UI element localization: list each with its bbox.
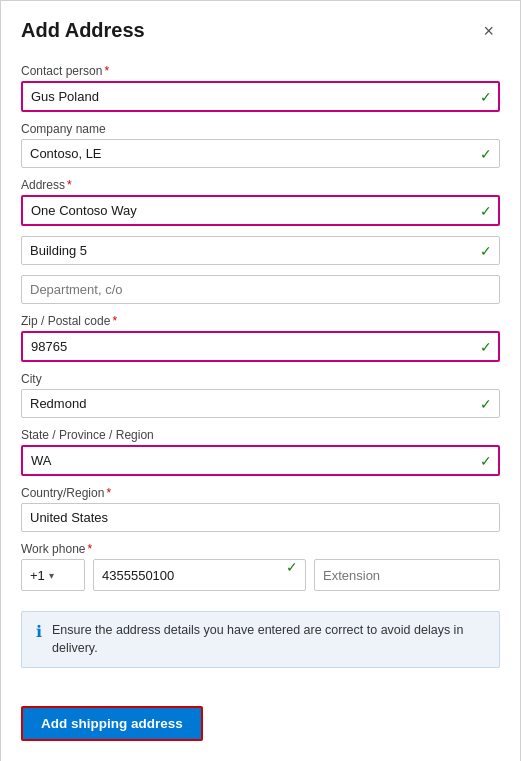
close-button[interactable]: × (477, 20, 500, 42)
city-field: City ✓ (21, 372, 500, 418)
address-line3-input-wrapper (21, 275, 500, 304)
address-label: Address * (21, 178, 500, 192)
info-banner-text: Ensure the address details you have ente… (52, 622, 485, 657)
extension-input[interactable] (314, 559, 500, 591)
dialog-title: Add Address (21, 19, 145, 42)
dialog-header: Add Address × (1, 1, 520, 54)
state-province-label: State / Province / Region (21, 428, 500, 442)
address-line2-input[interactable] (21, 236, 500, 265)
city-input[interactable] (21, 389, 500, 418)
phone-country-code: +1 (30, 568, 45, 583)
country-region-input[interactable] (21, 503, 500, 532)
phone-number-wrapper: ✓ (93, 559, 306, 591)
address-line3-input[interactable] (21, 275, 500, 304)
company-name-input[interactable] (21, 139, 500, 168)
chevron-down-icon: ▾ (49, 570, 54, 581)
state-province-input[interactable] (21, 445, 500, 476)
phone-row: +1 ▾ ✓ (21, 559, 500, 591)
required-star-zip: * (112, 314, 117, 328)
required-star-phone: * (87, 542, 92, 556)
dialog-footer: Add shipping address (1, 706, 520, 761)
country-region-label: Country/Region * (21, 486, 500, 500)
add-address-dialog: Add Address × Contact person * ✓ Company… (0, 0, 521, 761)
address-line2-input-wrapper: ✓ (21, 236, 500, 265)
zip-postal-label: Zip / Postal code * (21, 314, 500, 328)
company-name-input-wrapper: ✓ (21, 139, 500, 168)
address-line3-field (21, 275, 500, 304)
zip-postal-input-wrapper: ✓ (21, 331, 500, 362)
work-phone-field: Work phone * +1 ▾ ✓ (21, 542, 500, 591)
phone-country-selector[interactable]: +1 ▾ (21, 559, 85, 591)
zip-postal-input[interactable] (21, 331, 500, 362)
state-province-field: State / Province / Region ✓ (21, 428, 500, 476)
city-label: City (21, 372, 500, 386)
city-input-wrapper: ✓ (21, 389, 500, 418)
dialog-body: Contact person * ✓ Company name ✓ Addres… (1, 54, 520, 706)
address-field: Address * ✓ (21, 178, 500, 226)
info-icon: ℹ (36, 622, 42, 641)
required-star-address: * (67, 178, 72, 192)
work-phone-label: Work phone * (21, 542, 500, 556)
info-banner: ℹ Ensure the address details you have en… (21, 611, 500, 668)
company-name-field: Company name ✓ (21, 122, 500, 168)
country-region-field: Country/Region * (21, 486, 500, 532)
add-shipping-address-button[interactable]: Add shipping address (21, 706, 203, 741)
address-line1-input-wrapper: ✓ (21, 195, 500, 226)
contact-person-input-wrapper: ✓ (21, 81, 500, 112)
state-province-input-wrapper: ✓ (21, 445, 500, 476)
zip-postal-field: Zip / Postal code * ✓ (21, 314, 500, 362)
company-name-label: Company name (21, 122, 500, 136)
required-star: * (104, 64, 109, 78)
contact-person-input[interactable] (21, 81, 500, 112)
address-line2-field: ✓ (21, 236, 500, 265)
contact-person-label: Contact person * (21, 64, 500, 78)
address-line1-input[interactable] (21, 195, 500, 226)
contact-person-field: Contact person * ✓ (21, 64, 500, 112)
phone-number-input[interactable] (93, 559, 306, 591)
country-region-input-wrapper (21, 503, 500, 532)
required-star-country: * (106, 486, 111, 500)
